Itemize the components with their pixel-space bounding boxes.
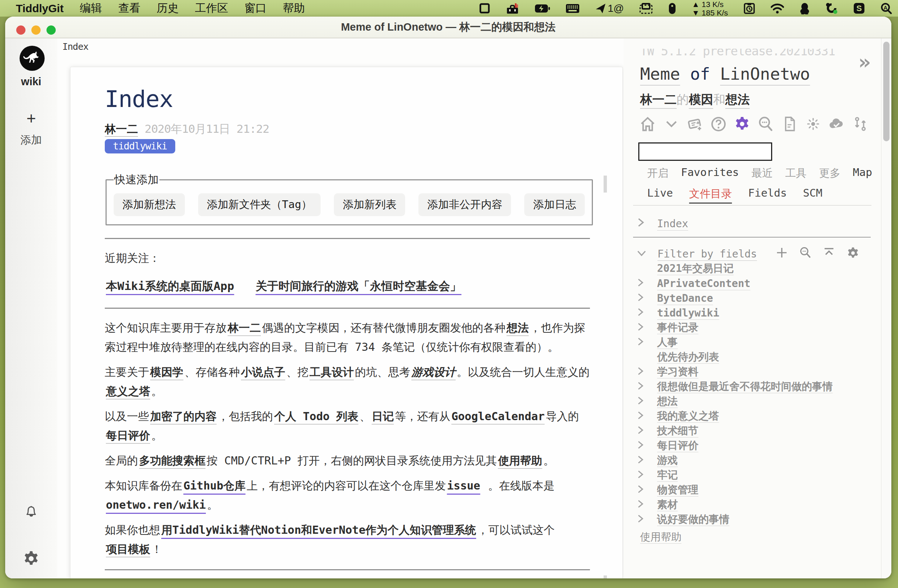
internal-link[interactable]: 每日评价	[106, 429, 150, 442]
close-button[interactable]	[16, 25, 25, 35]
filter-by-fields-label[interactable]: Filter by fields	[657, 248, 775, 260]
tree-item[interactable]: 人事	[637, 335, 873, 350]
site-title-link[interactable]: Meme	[640, 64, 680, 84]
card-scrollbar-thumb[interactable]	[604, 176, 607, 193]
chevron-right-icon[interactable]	[637, 440, 657, 452]
minimize-button[interactable]	[31, 25, 41, 35]
menu-item[interactable]: 编辑	[80, 1, 102, 16]
chevron-right-icon[interactable]	[637, 425, 657, 437]
site-title-link[interactable]: 想法	[725, 92, 750, 107]
chevron-right-icon[interactable]	[637, 513, 657, 526]
sidebar-tab[interactable]: 最近	[752, 166, 773, 181]
tree-item[interactable]: 事件记录	[637, 320, 873, 335]
breadcrumb[interactable]: Index	[62, 41, 88, 52]
toolbox-icon[interactable]	[506, 0, 519, 17]
tiddler-author-link[interactable]: 林一二	[105, 123, 138, 135]
tree-item[interactable]: ByteDance	[637, 291, 873, 306]
tree-item-label[interactable]: 2021年交易日记	[657, 261, 733, 276]
tree-item-label[interactable]: 人事	[657, 335, 678, 349]
index-tree-label[interactable]: Index	[657, 218, 688, 230]
card-scrollbar-thumb[interactable]	[604, 576, 607, 579]
site-title-link[interactable]: 模因	[689, 92, 713, 107]
tag-pill[interactable]: tiddlywiki	[105, 139, 175, 154]
sync-icon[interactable]	[852, 115, 869, 133]
capture-icon[interactable]	[640, 0, 653, 17]
tree-item[interactable]: 每日评价	[637, 438, 873, 453]
mouse-icon[interactable]	[668, 0, 676, 17]
internal-link[interactable]: 小说点子	[241, 365, 285, 378]
site-subtitle[interactable]: 林一二的模因和想法	[640, 92, 750, 108]
collapse-all-icon[interactable]	[823, 246, 835, 261]
battery-icon[interactable]	[535, 0, 550, 17]
chevron-right-icon[interactable]	[637, 499, 657, 511]
tree-item-label[interactable]: 很想做但是最近舍不得花时间做的事情	[657, 379, 833, 394]
external-link[interactable]: Github仓库	[183, 479, 245, 492]
save-cloud-icon[interactable]	[828, 115, 845, 133]
window-scrollbar-track[interactable]	[881, 38, 891, 579]
wifi-icon[interactable]	[771, 0, 784, 17]
advanced-search-icon[interactable]	[757, 115, 774, 133]
tree-item[interactable]: APrivateContent	[637, 276, 873, 291]
tree-item[interactable]: 游戏	[637, 453, 873, 468]
preferences-gear-icon[interactable]	[23, 550, 40, 568]
monkey-icon[interactable]	[825, 0, 838, 17]
sidebar-tab[interactable]: 更多	[819, 166, 840, 181]
tree-item-label[interactable]: 牢记	[657, 468, 678, 482]
menu-item[interactable]: 历史	[157, 1, 178, 16]
quick-add-button[interactable]: 添加新列表	[334, 193, 405, 216]
add-workspace-plus[interactable]: +	[5, 109, 57, 127]
internal-link[interactable]: 意义之塔	[106, 385, 150, 398]
chevron-down-icon[interactable]	[637, 249, 646, 259]
tree-item[interactable]: 优先待办列表	[637, 350, 873, 364]
usage-help-link[interactable]: 使用帮助	[640, 530, 681, 544]
menu-item[interactable]: 帮助	[283, 1, 305, 16]
tree-item-label[interactable]: 优先待办列表	[657, 350, 719, 364]
tree-item[interactable]: tiddlywiki	[637, 306, 873, 320]
chevron-right-icon[interactable]	[637, 381, 657, 393]
hide-sidebar-icon[interactable]: »	[858, 52, 871, 72]
chevron-right-icon[interactable]	[637, 218, 645, 230]
home-icon[interactable]	[640, 115, 656, 133]
internal-link[interactable]: 加密了的内容	[150, 410, 217, 423]
sidebar-subtab[interactable]: 文件目录	[689, 187, 732, 201]
help-icon[interactable]	[710, 115, 727, 133]
chevron-right-icon[interactable]	[637, 366, 657, 378]
plus-icon[interactable]	[775, 246, 788, 261]
search-a-icon[interactable]: A	[880, 0, 892, 17]
tree-item[interactable]: 我的意义之塔	[637, 409, 873, 424]
internal-link[interactable]: 林一二	[228, 321, 261, 334]
internal-link[interactable]: 工具设计	[309, 365, 354, 378]
notifications-bell-icon[interactable]	[25, 505, 38, 520]
site-title-link[interactable]: LinOnetwo	[720, 64, 810, 84]
tree-item-label[interactable]: 素材	[657, 497, 678, 512]
site-title-link[interactable]: 林一二	[640, 92, 677, 107]
internal-link[interactable]: 使用帮助	[498, 454, 542, 467]
sidebar-subtab[interactable]: Fields	[748, 187, 787, 201]
chevron-right-icon[interactable]	[637, 410, 657, 422]
site-title[interactable]: Meme of LinOnetwo	[640, 64, 810, 84]
zoom-button[interactable]	[46, 25, 56, 35]
recent-link[interactable]: 关于时间旅行的游戏「永恒时空基金会」	[256, 279, 461, 293]
tree-item-label[interactable]: tiddlywiki	[657, 307, 720, 319]
tree-item-label[interactable]: 游戏	[657, 453, 678, 467]
tree-item[interactable]: 素材	[637, 497, 873, 512]
tree-item[interactable]: 物资管理	[637, 482, 873, 497]
internal-link[interactable]: GoogleCalendar	[451, 410, 544, 423]
internal-link[interactable]: 日记	[372, 410, 394, 423]
tree-item-label[interactable]: APrivateContent	[657, 277, 750, 290]
chevron-right-icon[interactable]	[637, 454, 657, 467]
chevron-right-icon[interactable]	[637, 292, 657, 304]
open-document-icon[interactable]	[781, 115, 798, 133]
chevron-right-icon[interactable]	[637, 307, 657, 319]
new-tiddler-icon[interactable]	[687, 115, 703, 133]
menu-item[interactable]: 查看	[118, 1, 140, 16]
net-speed-indicator[interactable]: ▲ 13 K/s▼ 185 K/s	[692, 0, 728, 17]
tree-item-label[interactable]: 学习资料	[657, 365, 698, 379]
settings-icon[interactable]	[846, 246, 860, 261]
internal-link[interactable]: 游戏设计	[411, 365, 456, 378]
chevron-right-icon[interactable]	[637, 322, 657, 334]
theme-icon[interactable]	[805, 115, 821, 133]
quick-add-button[interactable]: 添加日志	[524, 193, 585, 216]
sidebar-tab[interactable]: Favorites	[681, 166, 739, 181]
chevron-right-icon[interactable]	[637, 336, 657, 349]
